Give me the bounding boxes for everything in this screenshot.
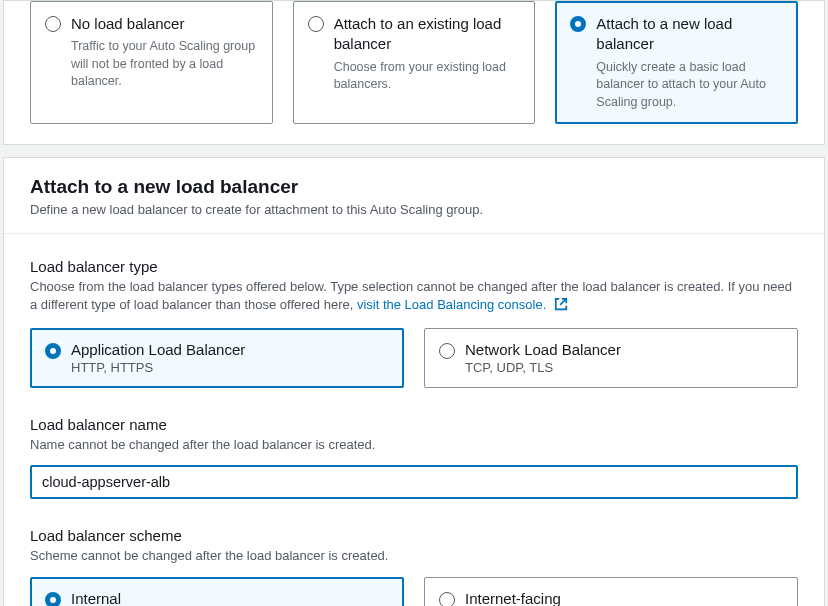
option-desc: Quickly create a basic load balancer to … <box>596 59 783 112</box>
new-lb-panel: Attach to a new load balancer Define a n… <box>3 157 825 606</box>
lb-scheme-internal[interactable]: Internal <box>30 577 404 606</box>
option-attach-existing-lb[interactable]: Attach to an existing load balancer Choo… <box>293 1 536 124</box>
section-header: Attach to a new load balancer Define a n… <box>4 158 824 234</box>
lb-scheme-desc: Scheme cannot be changed after the load … <box>30 547 798 565</box>
option-desc: Choose from your existing load balancers… <box>334 59 521 94</box>
radio-icon <box>45 343 61 359</box>
lb-name-input[interactable] <box>30 465 798 499</box>
lb-console-link-text: visit the Load Balancing console. <box>357 297 546 312</box>
radio-icon <box>308 16 324 32</box>
lb-type-title: Network Load Balancer <box>465 341 621 358</box>
section-subheading: Define a new load balancer to create for… <box>30 202 798 217</box>
lb-scheme-title: Internet-facing <box>465 590 561 606</box>
radio-icon <box>439 592 455 606</box>
lb-type-application[interactable]: Application Load Balancer HTTP, HTTPS <box>30 328 404 388</box>
lb-console-link[interactable]: visit the Load Balancing console. <box>357 297 568 312</box>
lb-scheme-options: Internal Internet-facing <box>30 577 798 606</box>
option-desc: Traffic to your Auto Scaling group will … <box>71 38 258 91</box>
option-title: No load balancer <box>71 14 258 34</box>
lb-type-sub: TCP, UDP, TLS <box>465 360 621 375</box>
option-title: Attach to a new load balancer <box>596 14 783 55</box>
radio-icon <box>45 16 61 32</box>
radio-icon <box>439 343 455 359</box>
load-balancer-choice-panel: No load balancer Traffic to your Auto Sc… <box>3 0 825 145</box>
lb-type-network[interactable]: Network Load Balancer TCP, UDP, TLS <box>424 328 798 388</box>
option-attach-new-lb[interactable]: Attach to a new load balancer Quickly cr… <box>555 1 798 124</box>
external-link-icon <box>554 297 568 316</box>
option-no-load-balancer[interactable]: No load balancer Traffic to your Auto Sc… <box>30 1 273 124</box>
lb-scheme-label: Load balancer scheme <box>30 527 798 544</box>
option-title: Attach to an existing load balancer <box>334 14 521 55</box>
lb-name-label: Load balancer name <box>30 416 798 433</box>
lb-name-desc: Name cannot be changed after the load ba… <box>30 436 798 454</box>
lb-type-label: Load balancer type <box>30 258 798 275</box>
radio-icon <box>570 16 586 32</box>
lb-type-options: Application Load Balancer HTTP, HTTPS Ne… <box>30 328 798 388</box>
panel-gap <box>0 145 828 157</box>
lb-choice-options: No load balancer Traffic to your Auto Sc… <box>4 1 824 144</box>
lb-scheme-internet-facing[interactable]: Internet-facing <box>424 577 798 606</box>
section-heading: Attach to a new load balancer <box>30 176 798 198</box>
lb-type-title: Application Load Balancer <box>71 341 245 358</box>
lb-scheme-title: Internal <box>71 590 121 606</box>
lb-type-desc: Choose from the load balancer types offe… <box>30 278 798 316</box>
lb-type-sub: HTTP, HTTPS <box>71 360 245 375</box>
radio-icon <box>45 592 61 606</box>
section-body: Load balancer type Choose from the load … <box>4 234 824 606</box>
